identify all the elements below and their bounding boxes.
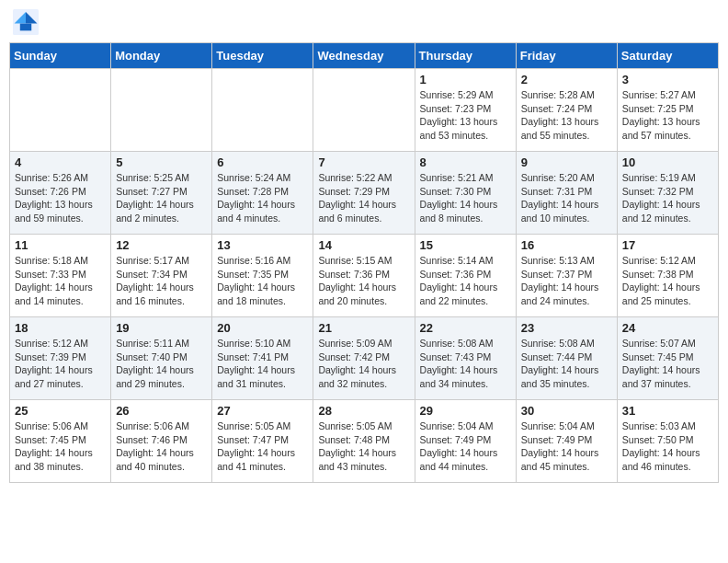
day-detail: Sunrise: 5:08 AM Sunset: 7:43 PM Dayligh… (420, 337, 511, 391)
day-detail: Sunrise: 5:08 AM Sunset: 7:44 PM Dayligh… (521, 337, 612, 391)
day-cell: 30Sunrise: 5:04 AM Sunset: 7:49 PM Dayli… (516, 400, 617, 483)
weekday-header-saturday: Saturday (617, 43, 718, 69)
day-detail: Sunrise: 5:14 AM Sunset: 7:36 PM Dayligh… (420, 254, 511, 308)
page-header (9, 9, 719, 35)
day-cell (111, 69, 212, 152)
week-row-5: 25Sunrise: 5:06 AM Sunset: 7:45 PM Dayli… (10, 400, 719, 483)
day-number: 9 (521, 155, 612, 169)
day-number: 24 (622, 321, 713, 335)
day-cell: 15Sunrise: 5:14 AM Sunset: 7:36 PM Dayli… (415, 235, 516, 317)
day-cell: 17Sunrise: 5:12 AM Sunset: 7:38 PM Dayli… (617, 235, 718, 317)
day-cell: 31Sunrise: 5:03 AM Sunset: 7:50 PM Dayli… (617, 400, 718, 483)
day-number: 12 (116, 238, 207, 252)
day-detail: Sunrise: 5:18 AM Sunset: 7:33 PM Dayligh… (15, 254, 106, 308)
day-cell: 9Sunrise: 5:20 AM Sunset: 7:31 PM Daylig… (516, 152, 617, 235)
weekday-header-thursday: Thursday (415, 43, 516, 69)
day-number: 5 (116, 155, 207, 169)
day-number: 18 (15, 321, 106, 335)
day-cell: 5Sunrise: 5:25 AM Sunset: 7:27 PM Daylig… (111, 152, 212, 235)
week-row-1: 1Sunrise: 5:29 AM Sunset: 7:23 PM Daylig… (10, 69, 719, 152)
day-detail: Sunrise: 5:22 AM Sunset: 7:29 PM Dayligh… (318, 171, 409, 225)
day-number: 14 (318, 238, 409, 252)
day-cell: 19Sunrise: 5:11 AM Sunset: 7:40 PM Dayli… (111, 317, 212, 400)
day-cell: 2Sunrise: 5:28 AM Sunset: 7:24 PM Daylig… (516, 69, 617, 152)
day-cell: 10Sunrise: 5:19 AM Sunset: 7:32 PM Dayli… (617, 152, 718, 235)
day-number: 27 (217, 404, 308, 418)
day-cell: 25Sunrise: 5:06 AM Sunset: 7:45 PM Dayli… (10, 400, 111, 483)
week-row-3: 11Sunrise: 5:18 AM Sunset: 7:33 PM Dayli… (10, 235, 719, 317)
day-detail: Sunrise: 5:06 AM Sunset: 7:45 PM Dayligh… (15, 419, 106, 474)
svg-rect-3 (20, 24, 31, 31)
day-cell (313, 69, 415, 152)
day-number: 2 (521, 73, 612, 86)
day-detail: Sunrise: 5:04 AM Sunset: 7:49 PM Dayligh… (420, 419, 511, 474)
day-detail: Sunrise: 5:03 AM Sunset: 7:50 PM Dayligh… (622, 419, 713, 474)
day-cell: 18Sunrise: 5:12 AM Sunset: 7:39 PM Dayli… (10, 317, 111, 400)
day-number: 10 (622, 155, 713, 169)
day-number: 11 (15, 238, 106, 252)
day-cell (10, 69, 111, 152)
day-detail: Sunrise: 5:21 AM Sunset: 7:30 PM Dayligh… (420, 171, 511, 225)
day-detail: Sunrise: 5:26 AM Sunset: 7:26 PM Dayligh… (15, 171, 106, 225)
day-number: 23 (521, 321, 612, 335)
day-number: 25 (15, 404, 106, 418)
day-number: 4 (15, 155, 106, 169)
day-cell: 8Sunrise: 5:21 AM Sunset: 7:30 PM Daylig… (415, 152, 516, 235)
day-number: 31 (622, 404, 713, 418)
week-row-2: 4Sunrise: 5:26 AM Sunset: 7:26 PM Daylig… (10, 152, 719, 235)
day-cell: 16Sunrise: 5:13 AM Sunset: 7:37 PM Dayli… (516, 235, 617, 317)
day-number: 13 (217, 238, 308, 252)
day-detail: Sunrise: 5:13 AM Sunset: 7:37 PM Dayligh… (521, 254, 612, 308)
weekday-header-row: SundayMondayTuesdayWednesdayThursdayFrid… (10, 43, 719, 69)
day-cell: 4Sunrise: 5:26 AM Sunset: 7:26 PM Daylig… (10, 152, 111, 235)
day-number: 7 (318, 155, 409, 169)
day-detail: Sunrise: 5:04 AM Sunset: 7:49 PM Dayligh… (521, 419, 612, 474)
day-cell: 27Sunrise: 5:05 AM Sunset: 7:47 PM Dayli… (212, 400, 313, 483)
day-number: 3 (622, 73, 713, 86)
day-detail: Sunrise: 5:19 AM Sunset: 7:32 PM Dayligh… (622, 171, 713, 225)
day-cell (212, 69, 313, 152)
logo (13, 9, 42, 35)
day-number: 30 (521, 404, 612, 418)
day-detail: Sunrise: 5:17 AM Sunset: 7:34 PM Dayligh… (116, 254, 207, 308)
day-number: 22 (420, 321, 511, 335)
day-cell: 29Sunrise: 5:04 AM Sunset: 7:49 PM Dayli… (415, 400, 516, 483)
day-cell: 3Sunrise: 5:27 AM Sunset: 7:25 PM Daylig… (617, 69, 718, 152)
day-cell: 7Sunrise: 5:22 AM Sunset: 7:29 PM Daylig… (313, 152, 415, 235)
day-cell: 22Sunrise: 5:08 AM Sunset: 7:43 PM Dayli… (415, 317, 516, 400)
weekday-header-sunday: Sunday (10, 43, 111, 69)
day-detail: Sunrise: 5:05 AM Sunset: 7:47 PM Dayligh… (217, 419, 308, 474)
day-cell: 23Sunrise: 5:08 AM Sunset: 7:44 PM Dayli… (516, 317, 617, 400)
day-detail: Sunrise: 5:12 AM Sunset: 7:39 PM Dayligh… (15, 337, 106, 391)
day-number: 15 (420, 238, 511, 252)
day-detail: Sunrise: 5:11 AM Sunset: 7:40 PM Dayligh… (116, 337, 207, 391)
day-number: 21 (318, 321, 409, 335)
day-number: 17 (622, 238, 713, 252)
day-cell: 21Sunrise: 5:09 AM Sunset: 7:42 PM Dayli… (313, 317, 415, 400)
day-number: 6 (217, 155, 308, 169)
day-number: 16 (521, 238, 612, 252)
day-cell: 6Sunrise: 5:24 AM Sunset: 7:28 PM Daylig… (212, 152, 313, 235)
logo-icon (13, 9, 39, 35)
day-detail: Sunrise: 5:29 AM Sunset: 7:23 PM Dayligh… (420, 88, 511, 143)
week-row-4: 18Sunrise: 5:12 AM Sunset: 7:39 PM Dayli… (10, 317, 719, 400)
day-detail: Sunrise: 5:09 AM Sunset: 7:42 PM Dayligh… (318, 337, 409, 391)
day-detail: Sunrise: 5:07 AM Sunset: 7:45 PM Dayligh… (622, 337, 713, 391)
day-number: 26 (116, 404, 207, 418)
day-detail: Sunrise: 5:15 AM Sunset: 7:36 PM Dayligh… (318, 254, 409, 308)
day-number: 29 (420, 404, 511, 418)
day-detail: Sunrise: 5:16 AM Sunset: 7:35 PM Dayligh… (217, 254, 308, 308)
day-number: 8 (420, 155, 511, 169)
day-number: 20 (217, 321, 308, 335)
day-cell: 24Sunrise: 5:07 AM Sunset: 7:45 PM Dayli… (617, 317, 718, 400)
day-number: 1 (420, 73, 511, 86)
day-cell: 20Sunrise: 5:10 AM Sunset: 7:41 PM Dayli… (212, 317, 313, 400)
day-cell: 11Sunrise: 5:18 AM Sunset: 7:33 PM Dayli… (10, 235, 111, 317)
day-cell: 1Sunrise: 5:29 AM Sunset: 7:23 PM Daylig… (415, 69, 516, 152)
day-detail: Sunrise: 5:05 AM Sunset: 7:48 PM Dayligh… (318, 419, 409, 474)
day-cell: 26Sunrise: 5:06 AM Sunset: 7:46 PM Dayli… (111, 400, 212, 483)
day-detail: Sunrise: 5:27 AM Sunset: 7:25 PM Dayligh… (622, 88, 713, 143)
day-detail: Sunrise: 5:25 AM Sunset: 7:27 PM Dayligh… (116, 171, 207, 225)
day-cell: 14Sunrise: 5:15 AM Sunset: 7:36 PM Dayli… (313, 235, 415, 317)
day-detail: Sunrise: 5:28 AM Sunset: 7:24 PM Dayligh… (521, 88, 612, 143)
